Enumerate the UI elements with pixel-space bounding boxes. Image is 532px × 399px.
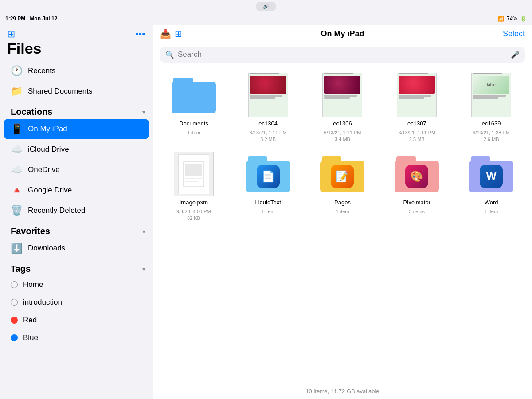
file-item-ec1639[interactable]: table ec1639 6/13/21, 1:28 PM2.6 MB	[458, 73, 525, 143]
documents-meta: 1 item	[187, 129, 200, 136]
file-item-ec1304[interactable]: ec1304 6/13/21, 1:11 PM3.2 MB	[235, 73, 302, 143]
liquidtext-meta: 1 item	[262, 208, 275, 215]
downloads-label: Downloads	[28, 244, 65, 253]
icloud-icon: ☁️	[11, 144, 23, 155]
documents-thumb	[167, 73, 220, 117]
wifi-icon: 📶	[497, 16, 504, 22]
sidebar-item-tag-home[interactable]: Home	[4, 276, 149, 293]
file-grid: Documents 1 item	[153, 66, 532, 383]
sidebar-item-recents[interactable]: 🕐 Recents	[4, 61, 149, 81]
ipad-icon: 📱	[11, 123, 23, 135]
file-item-documents[interactable]: Documents 1 item	[160, 73, 227, 143]
recents-label: Recents	[28, 66, 55, 75]
sidebar-toggle-icon[interactable]: ⊞	[7, 28, 15, 40]
sidebar-item-on-my-ipad[interactable]: 📱 On My iPad	[4, 119, 149, 139]
file-item-word[interactable]: W Word 1 item	[458, 152, 525, 222]
image-pxm-name: Image.pxm	[180, 199, 208, 206]
favorites-chevron-icon: ▾	[142, 228, 145, 235]
word-thumb: W	[465, 152, 518, 196]
file-item-pixelmator[interactable]: 🎨 Pixelmator 3 items	[383, 152, 450, 222]
trash-icon: 🗑️	[11, 205, 23, 216]
more-options-icon[interactable]: •••	[135, 28, 145, 40]
sidebar-item-downloads[interactable]: ⬇️ Downloads	[4, 238, 149, 258]
pages-meta: 1 item	[336, 208, 349, 215]
volume-indicator: 🔊	[256, 2, 276, 11]
locations-section-header[interactable]: Locations ▾	[0, 102, 153, 119]
red-tag-label: Red	[23, 316, 37, 325]
battery-percent: 74%	[507, 16, 517, 22]
image-pxm-thumb	[167, 152, 220, 196]
battery-icon: 🔋	[520, 16, 527, 22]
file-item-ec1306[interactable]: ec1306 6/13/21, 1:11 PM3.4 MB	[309, 73, 376, 143]
onedrive-label: OneDrive	[28, 165, 60, 174]
ec1306-meta: 6/13/21, 1:11 PM3.4 MB	[324, 129, 361, 143]
ec1639-thumb: table	[465, 73, 518, 117]
home-tag-dot	[11, 281, 18, 288]
introduction-tag-dot	[11, 299, 18, 306]
sidebar-item-tag-red[interactable]: Red	[4, 311, 149, 329]
ec1307-name: ec1307	[407, 120, 426, 127]
recents-icon: 🕐	[11, 65, 23, 77]
documents-name: Documents	[179, 120, 208, 127]
main-title: On My iPad	[182, 29, 503, 39]
onedrive-icon: ☁️	[11, 164, 23, 176]
red-tag-dot	[11, 317, 18, 324]
file-item-ec1307[interactable]: ec1307 6/13/21, 1:11 PM2.5 MB	[383, 73, 450, 143]
sidebar-item-tag-blue[interactable]: Blue	[4, 329, 149, 347]
mic-icon[interactable]: 🎤	[511, 51, 520, 59]
svg-rect-1	[185, 164, 202, 176]
status-right: 📶 74% 🔋	[497, 16, 527, 22]
image-pxm-svg	[183, 161, 205, 188]
liquidtext-name: LiquidText	[255, 199, 281, 206]
downloads-icon: ⬇️	[11, 243, 23, 254]
blue-tag-label: Blue	[23, 333, 38, 342]
sidebar-item-tag-introduction[interactable]: introduction	[4, 293, 149, 311]
header-right-actions: Select	[503, 29, 525, 39]
home-tag-label: Home	[23, 280, 43, 289]
locations-title: Locations	[11, 107, 52, 117]
sidebar-item-icloud[interactable]: ☁️ iCloud Drive	[4, 139, 149, 160]
word-name: Word	[485, 199, 498, 206]
image-pxm-meta: 9/4/20, 4:00 PM82 KB	[176, 208, 211, 222]
pages-name: Pages	[334, 199, 351, 206]
search-bar: 🔍 🎤	[160, 47, 525, 63]
select-button[interactable]: Select	[503, 29, 525, 39]
ec1304-meta: 6/13/21, 1:11 PM3.2 MB	[250, 129, 287, 143]
app-container: ⊞ ••• Files 🕐 Recents 📁 Shared Documents…	[0, 25, 532, 399]
favorites-section-header[interactable]: Favorites ▾	[0, 221, 153, 238]
shared-label: Shared Documents	[28, 87, 93, 96]
main-header: 📥 ⊞ On My iPad Select	[153, 25, 532, 43]
sidebar-item-shared[interactable]: 📁 Shared Documents	[4, 81, 149, 102]
sidebar-item-google-drive[interactable]: 🔺 Google Drive	[4, 180, 149, 200]
main-content: 📥 ⊞ On My iPad Select 🔍 🎤	[153, 25, 532, 399]
file-item-image-pxm[interactable]: Image.pxm 9/4/20, 4:00 PM82 KB	[160, 152, 227, 222]
recently-deleted-label: Recently Deleted	[28, 206, 85, 215]
sidebar: ⊞ ••• Files 🕐 Recents 📁 Shared Documents…	[0, 25, 153, 399]
file-item-liquidtext[interactable]: 📄 LiquidText 1 item	[235, 152, 302, 222]
ec1639-name: ec1639	[482, 120, 501, 127]
search-input[interactable]	[178, 50, 507, 59]
sidebar-item-recently-deleted[interactable]: 🗑️ Recently Deleted	[4, 200, 149, 221]
ec1307-thumb	[390, 73, 443, 117]
icloud-sync-icon[interactable]: 📥	[160, 28, 171, 39]
search-icon: 🔍	[165, 51, 174, 59]
pixelmator-thumb: 🎨	[390, 152, 443, 196]
ec1304-thumb	[242, 73, 295, 117]
tags-section-header[interactable]: Tags ▾	[0, 258, 153, 276]
sidebar-top-actions: ⊞ •••	[0, 25, 153, 40]
notch-area: 🔊	[0, 0, 532, 12]
blue-tag-dot	[11, 334, 18, 341]
on-my-ipad-label: On My iPad	[28, 125, 67, 133]
word-meta: 1 item	[485, 208, 498, 215]
grid-view-icon[interactable]: ⊞	[175, 28, 182, 39]
sidebar-item-onedrive[interactable]: ☁️ OneDrive	[4, 160, 149, 180]
file-item-pages[interactable]: 📝 Pages 1 item	[309, 152, 376, 222]
liquidtext-thumb: 📄	[242, 152, 295, 196]
header-left-actions: 📥 ⊞	[160, 28, 182, 39]
tags-title: Tags	[11, 264, 31, 274]
pixelmator-name: Pixelmator	[403, 199, 430, 206]
pixelmator-meta: 3 items	[409, 208, 425, 215]
icloud-label: iCloud Drive	[28, 145, 69, 154]
ec1307-meta: 6/13/21, 1:11 PM2.5 MB	[398, 129, 435, 143]
footer-text: 10 items, 11.72 GB available	[305, 388, 379, 395]
